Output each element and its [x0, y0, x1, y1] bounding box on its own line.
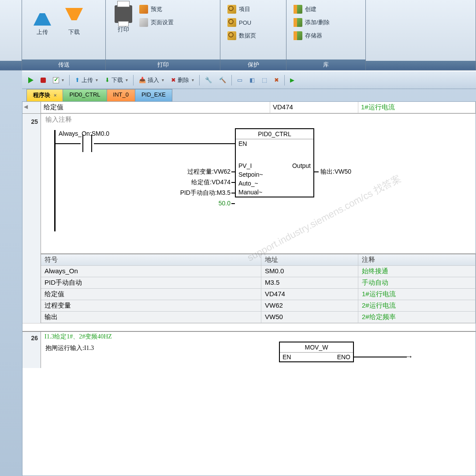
group-print-label: 打印 — [106, 60, 220, 70]
arrow-down-icon: ⬇ — [105, 77, 110, 83]
symbol-row[interactable]: PID手动自动M3.5手动自动 — [41, 277, 476, 289]
editor-toolbar: ▾ ⬆上传▾ ⬇下载▾ 📥插入▾ ✖删除▾ 🔧 🔨 ▭ ◧ ⬚ ✖ ▶ — [22, 71, 476, 89]
preview-label: 预览 — [151, 5, 162, 13]
lib-icon — [294, 18, 302, 27]
tb-tool1[interactable]: 🔧 — [203, 76, 214, 84]
go-icon: ▶ — [290, 77, 294, 83]
separator — [133, 75, 134, 86]
sym-addr: M3.5 — [261, 277, 358, 288]
group-library-label: 库 — [286, 60, 365, 70]
col-comment: 注释 — [358, 254, 476, 265]
symbol-table-header: 符号 地址 注释 — [41, 254, 476, 266]
tb-win1[interactable]: ▭ — [235, 76, 244, 84]
ribbon-spacer — [0, 0, 22, 70]
separator — [231, 75, 232, 86]
tb-close[interactable]: ✖ — [272, 76, 281, 84]
fbd-mov-w[interactable]: MOV_W ENENO — [279, 342, 354, 362]
ribbon-group-transfer: 上传 下载 传送 — [22, 0, 106, 70]
addremove-button[interactable]: 添加/删除 — [291, 17, 332, 28]
dropdown-icon: ▾ — [126, 78, 128, 82]
create-button[interactable]: 创建 — [291, 4, 332, 15]
tb-upload[interactable]: ⬆上传▾ — [73, 75, 100, 85]
col-symbol: 符号 — [41, 254, 261, 265]
tab-int0[interactable]: INT_0 — [107, 89, 135, 101]
network-number: 26 — [22, 332, 41, 368]
tb-download[interactable]: ⬇下载▾ — [103, 75, 130, 85]
print-button[interactable]: 打印 — [110, 4, 137, 35]
network-title[interactable]: I1.3给定1#、2#变频40HZ — [41, 332, 476, 342]
print-label: 打印 — [118, 26, 129, 33]
tb-win2[interactable]: ◧ — [248, 76, 257, 84]
close-icon[interactable]: × — [54, 93, 56, 98]
upload-button[interactable]: 上传 — [26, 4, 58, 38]
param-manual: 50.0 — [142, 200, 231, 207]
window-icon: ⬚ — [262, 77, 267, 83]
sym-name: 输出 — [41, 312, 261, 323]
tb-go[interactable]: ▶ — [288, 76, 296, 84]
download-button[interactable]: 下载 — [58, 4, 90, 38]
sym-addr: VW50 — [261, 312, 358, 323]
datapage-button[interactable]: 数据页 — [225, 30, 259, 41]
memory-label: 存储器 — [305, 32, 322, 40]
sym-name: PID手动自动 — [41, 277, 261, 288]
download-label: 下载 — [68, 28, 80, 36]
datapage-label: 数据页 — [239, 32, 256, 40]
prev-network-row: 给定值 VD474 1#运行电流 — [22, 102, 476, 114]
lib-icon — [294, 31, 302, 40]
network-26: 26 I1.3给定1#、2#变频40HZ 抱闸运行输入:I1.3 MOV_W E… — [22, 331, 476, 368]
wire — [231, 171, 235, 172]
symbol-row[interactable]: 给定值VD4741#运行电流 — [41, 289, 476, 300]
fbd-pid0-ctrl[interactable]: PID0_CTRL EN PV_IOutput Setpoin~ Auto_~ … — [235, 128, 314, 197]
network-title[interactable]: 输入注释 — [41, 114, 476, 126]
tb-insert-label: 插入 — [148, 76, 159, 84]
compile-button[interactable]: ▾ — [51, 76, 66, 84]
symbol-row[interactable]: 输出VW502#给定频率 — [41, 312, 476, 323]
tb-win3[interactable]: ⬚ — [260, 76, 269, 84]
memory-button[interactable]: 存储器 — [291, 30, 332, 41]
insert-icon: 📥 — [139, 77, 146, 83]
contact-label: 抱闸运行输入:I1.3 — [45, 344, 94, 352]
tab-pid-exe[interactable]: PID_EXE — [135, 89, 172, 101]
ribbon-group-protect: 项目 POU 数据页 保护 — [220, 0, 286, 70]
close-icon: ✖ — [274, 77, 279, 83]
stop-button[interactable] — [39, 77, 48, 84]
sym-comment: 手动自动 — [358, 277, 476, 288]
pin-output: Output — [292, 162, 311, 169]
pou-button[interactable]: POU — [225, 17, 259, 28]
delete-icon: ✖ — [171, 77, 176, 83]
page-icon — [139, 18, 148, 27]
tb-tool2[interactable]: 🔨 — [217, 76, 228, 84]
ladder-diagram[interactable]: Always_On:SM0.0 PID0_CTRL EN PV_IOutput … — [41, 126, 476, 249]
upload-label: 上传 — [37, 28, 48, 36]
tab-program-block[interactable]: 程序块× — [26, 89, 63, 101]
separator — [284, 75, 285, 86]
nav-arrow[interactable]: ◀ — [24, 104, 28, 110]
editor-tabs: 程序块× PID0_CTRL INT_0 PID_EXE — [26, 89, 476, 101]
sym-name: 过程变量 — [41, 300, 261, 311]
preview-button[interactable]: 预览 — [137, 4, 176, 15]
key-icon — [227, 5, 236, 14]
separator — [69, 75, 70, 86]
pin-en: EN — [238, 140, 247, 147]
symbol-row[interactable]: Always_OnSM0.0始终接通 — [41, 266, 476, 277]
pagesetup-button[interactable]: 页面设置 — [137, 17, 176, 28]
tool-icon: 🔧 — [205, 77, 212, 83]
contact-no[interactable] — [81, 134, 94, 152]
network-number: 25 — [22, 114, 41, 323]
arrow-right-icon: → — [405, 352, 413, 361]
addremove-label: 添加/删除 — [305, 19, 330, 26]
param-auto: PID手动自动:M3.5 — [142, 189, 231, 197]
sym-comment: 2#运行电流 — [358, 300, 476, 311]
project-button[interactable]: 项目 — [225, 4, 259, 15]
project-label: 项目 — [239, 5, 250, 13]
wire — [54, 143, 81, 144]
pin-auto: Auto_~ — [238, 180, 258, 187]
key-icon — [227, 18, 236, 27]
tab-pid0-ctrl[interactable]: PID0_CTRL — [63, 89, 107, 101]
tb-delete[interactable]: ✖删除▾ — [169, 75, 196, 85]
dropdown-icon: ▾ — [192, 78, 194, 82]
run-button[interactable] — [26, 76, 35, 84]
pin-en: EN — [283, 353, 291, 361]
symbol-row[interactable]: 过程变量VW622#运行电流 — [41, 300, 476, 312]
tb-insert[interactable]: 📥插入▾ — [137, 75, 166, 85]
